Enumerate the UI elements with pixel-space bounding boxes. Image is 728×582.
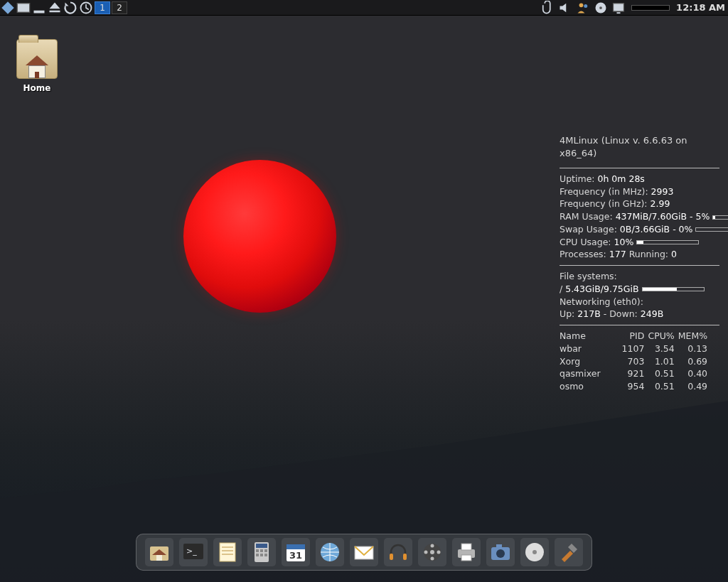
- fs-root-bar: [642, 287, 705, 291]
- svg-point-4: [579, 3, 584, 7]
- camera-icon: [489, 541, 512, 564]
- workspace-2[interactable]: 2: [112, 1, 127, 14]
- ptable-h-cpu: CPU%: [648, 330, 678, 343]
- minimize-all-icon[interactable]: [32, 1, 46, 14]
- process-table: Name PID CPU% MEM% wbar11073.540.13 Xorg…: [560, 330, 711, 393]
- svg-point-46: [532, 550, 537, 554]
- svg-rect-8: [614, 3, 624, 11]
- dock-tools[interactable]: [555, 538, 583, 566]
- dock-notes[interactable]: [213, 538, 242, 566]
- svg-rect-11: [156, 555, 162, 561]
- refresh-icon[interactable]: [63, 1, 77, 14]
- svg-point-37: [431, 557, 434, 561]
- proc-label: Processes:: [560, 249, 609, 259]
- dock-home[interactable]: [145, 538, 173, 566]
- calendar-icon: 31: [284, 541, 307, 564]
- disk-tray-icon[interactable]: [594, 1, 608, 14]
- desktop-icon-home[interactable]: Home: [13, 39, 61, 93]
- sysmon-title: 4MLinux (Linux v. 6.6.63 on x86_64): [560, 134, 719, 161]
- wallpaper-sun: [183, 160, 336, 313]
- dock: >_ 31: [136, 534, 592, 571]
- swap-label: Swap Usage:: [560, 224, 620, 235]
- svg-point-5: [584, 4, 587, 8]
- users-tray-icon[interactable]: [576, 1, 590, 14]
- ram-value: 437MiB/7.60GiB - 5%: [616, 211, 710, 222]
- svg-rect-40: [461, 544, 471, 550]
- svg-point-34: [430, 550, 434, 554]
- dock-camera[interactable]: [486, 538, 515, 566]
- dock-terminal[interactable]: >_: [179, 538, 208, 566]
- printer-icon: [455, 541, 478, 564]
- fs-root-label: /: [560, 284, 565, 294]
- svg-rect-19: [256, 544, 267, 548]
- clip-tray-icon[interactable]: [540, 1, 555, 14]
- net-up-label: Up:: [560, 308, 577, 319]
- table-row: osmo9540.510.49: [560, 380, 711, 393]
- dock-calculator[interactable]: [247, 538, 276, 566]
- cpu-label: CPU Usage:: [560, 237, 614, 247]
- mail-icon: [353, 541, 375, 564]
- svg-rect-0: [17, 3, 30, 12]
- system-monitor: 4MLinux (Linux v. 6.6.63 on x86_64) Upti…: [560, 134, 719, 393]
- swap-bar: [695, 227, 728, 232]
- svg-rect-32: [403, 554, 407, 560]
- ram-label: RAM Usage:: [560, 211, 616, 222]
- fs-header: File systems:: [560, 270, 719, 283]
- dock-browser[interactable]: [316, 538, 344, 566]
- freq-mhz-label: Frequency (in MHz):: [560, 186, 651, 197]
- dock-mail[interactable]: [350, 538, 378, 566]
- fs-root-value: 5.43GiB/9.75GiB: [565, 284, 638, 294]
- svg-rect-41: [461, 555, 471, 561]
- running-label: Running:: [626, 249, 671, 259]
- network-activity-bar: [631, 5, 670, 11]
- dock-audio[interactable]: [384, 538, 412, 566]
- ptable-h-mem: MEM%: [678, 330, 711, 343]
- table-row: wbar11073.540.13: [560, 343, 711, 355]
- dock-calendar[interactable]: 31: [282, 538, 310, 566]
- notes-icon: [216, 541, 239, 564]
- svg-rect-23: [256, 554, 259, 556]
- clock[interactable]: 12:18 AM: [676, 2, 725, 13]
- calculator-icon: [250, 541, 273, 564]
- svg-rect-24: [260, 554, 263, 556]
- globe-icon: [318, 541, 341, 564]
- network-tray-icon[interactable]: [611, 1, 626, 14]
- ram-bar: [712, 215, 728, 220]
- volume-tray-icon[interactable]: [558, 1, 572, 14]
- net-down-value: 249B: [641, 308, 663, 319]
- net-up-value: 217B: [577, 308, 600, 319]
- disc-icon: [523, 541, 546, 564]
- dock-print[interactable]: [452, 538, 481, 566]
- freq-ghz-label: Frequency (in GHz):: [560, 198, 651, 209]
- film-icon: [421, 541, 444, 564]
- desktop-icon-home-label: Home: [13, 83, 61, 93]
- net-down-label: - Down:: [601, 308, 641, 319]
- uptime-value: 0h 0m 28s: [598, 173, 645, 184]
- cpu-value: 10%: [614, 237, 634, 247]
- svg-rect-31: [390, 554, 393, 560]
- taskbar: 1 2 12:18 AM: [0, 0, 728, 16]
- folder-home-icon: [16, 39, 58, 79]
- svg-rect-2: [50, 10, 60, 12]
- svg-rect-9: [617, 12, 621, 14]
- apps-menu-icon[interactable]: [1, 1, 15, 14]
- svg-point-36: [437, 551, 441, 554]
- window-icon[interactable]: [16, 1, 31, 14]
- folder-home-icon: [148, 541, 171, 564]
- svg-point-35: [431, 544, 434, 548]
- uptime-label: Uptime:: [560, 173, 598, 184]
- dock-video[interactable]: [418, 538, 446, 566]
- clock-icon[interactable]: [79, 1, 93, 14]
- eject-icon[interactable]: [48, 1, 62, 14]
- dock-cdrom[interactable]: [520, 538, 549, 566]
- table-row: qasmixer9210.510.40: [560, 367, 711, 380]
- workspace-1[interactable]: 1: [95, 1, 110, 14]
- svg-rect-27: [287, 544, 305, 549]
- svg-point-38: [424, 551, 428, 554]
- running-value: 0: [671, 249, 677, 259]
- svg-rect-20: [256, 549, 259, 552]
- svg-rect-1: [34, 10, 45, 13]
- net-header: Networking (eth0):: [560, 296, 719, 308]
- svg-text:31: 31: [289, 550, 302, 561]
- svg-rect-22: [264, 549, 267, 552]
